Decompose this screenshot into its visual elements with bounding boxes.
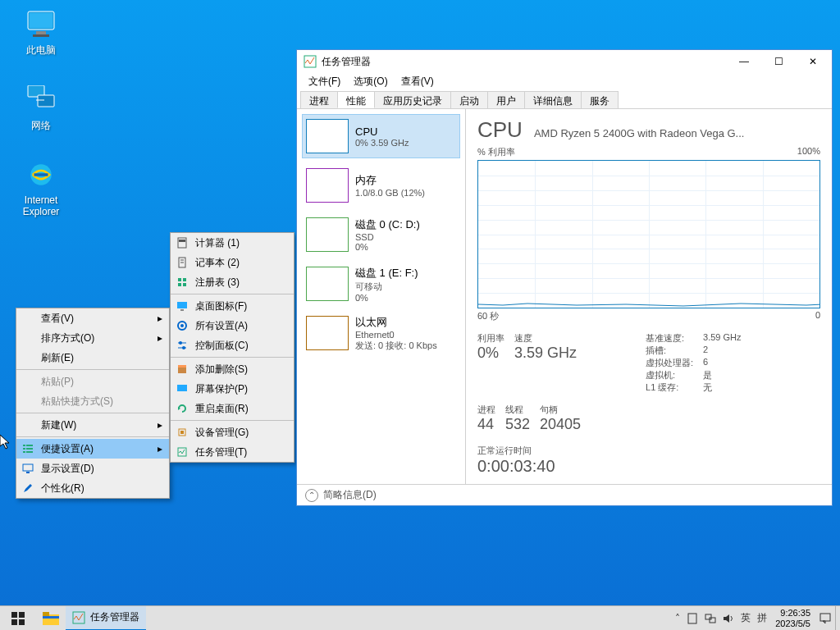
ctx-new[interactable]: 新建(W)▸ (16, 415, 169, 435)
svg-rect-54 (820, 614, 830, 621)
desktop-context-menu: 查看(V)▸ 排序方式(O)▸ 刷新(E) 粘贴(P) 粘贴快捷方式(S) 新建… (16, 308, 170, 499)
monitor-icon (176, 382, 189, 395)
handle-label: 句柄 (540, 404, 581, 416)
svg-rect-35 (178, 365, 186, 368)
chevron-up-icon[interactable]: ⌃ (305, 489, 318, 502)
tab-processes[interactable]: 进程 (300, 91, 338, 108)
sub-task-mgr[interactable]: 任务管理(T) (171, 442, 294, 462)
cpu-title: CPU (477, 117, 523, 143)
taskbar-task-manager[interactable]: 任务管理器 (66, 606, 146, 631)
desktop-icon-ie[interactable]: Internet Explorer (10, 161, 72, 217)
tray-ime-mode[interactable]: 拼 (754, 606, 770, 631)
svg-rect-43 (19, 612, 25, 618)
chart-label-right: 100% (797, 146, 820, 158)
separator (171, 294, 294, 294)
calculator-icon (176, 236, 189, 249)
desktop-icon (176, 299, 189, 313)
tab-performance[interactable]: 性能 (337, 91, 375, 108)
desktop-icon-this-pc[interactable]: 此电脑 (10, 10, 72, 57)
ctx-paste[interactable]: 粘贴(P) (16, 372, 169, 391)
start-button[interactable] (0, 606, 36, 631)
tab-strip: 进程 性能 应用历史记录 启动 用户 详细信息 服务 (297, 91, 832, 109)
separator (171, 357, 294, 358)
tray-up-icon[interactable]: ˄ (672, 606, 683, 631)
speed-label: 速度 (514, 332, 577, 345)
tray-clock[interactable]: 9:26:35 2023/5/5 (770, 608, 815, 629)
sub-all-settings[interactable]: 所有设置(A) (171, 316, 294, 336)
tab-app-history[interactable]: 应用历史记录 (374, 91, 451, 108)
uptime-value: 0:00:03:40 (477, 457, 820, 476)
svg-rect-42 (11, 612, 17, 618)
taskbar-explorer[interactable] (36, 606, 66, 631)
task-manager-icon (304, 55, 317, 68)
ie-icon (25, 161, 57, 189)
cube-icon (176, 276, 189, 289)
quick-settings-submenu: 计算器 (1) 记事本 (2) 注册表 (3) 桌面图标(F) 所有设置(A) … (170, 232, 294, 463)
tray-notifications-icon[interactable] (815, 606, 835, 631)
sub-notepad[interactable]: 记事本 (2) (171, 253, 294, 272)
sub-desktop-icons[interactable]: 桌面图标(F) (171, 296, 294, 316)
svg-point-31 (179, 341, 182, 345)
menu-view[interactable]: 查看(V) (395, 73, 441, 89)
svg-rect-26 (177, 302, 187, 308)
svg-rect-8 (34, 173, 48, 176)
close-button[interactable]: ✕ (796, 51, 830, 72)
ctx-sort[interactable]: 排序方式(O)▸ (16, 328, 169, 348)
titlebar[interactable]: 任务管理器 — ☐ ✕ (297, 50, 832, 73)
ctx-display-settings[interactable]: 显示设置(D) (16, 459, 169, 478)
tab-services[interactable]: 服务 (581, 91, 619, 108)
sidebar-cpu[interactable]: CPU0% 3.59 GHz (302, 114, 460, 158)
maximize-button[interactable]: ☐ (761, 51, 796, 72)
svg-rect-45 (19, 619, 25, 625)
sub-regedit[interactable]: 注册表 (3) (171, 272, 294, 292)
svg-rect-5 (38, 95, 54, 107)
folder-icon (43, 612, 59, 625)
tab-details[interactable]: 详细信息 (524, 91, 582, 108)
sub-add-remove[interactable]: 添加删除(S) (171, 359, 294, 379)
svg-rect-16 (26, 472, 30, 473)
paint-icon (21, 482, 34, 495)
chip-icon (176, 426, 189, 439)
sidebar-disk0[interactable]: 磁盘 0 (C: D:)SSD0% (302, 212, 460, 257)
sidebar-memory[interactable]: 内存1.0/8.0 GB (12%) (302, 163, 460, 208)
gear-icon (176, 319, 189, 332)
sub-screen-protect[interactable]: 屏幕保护(P) (171, 379, 294, 399)
util-label: 利用率 (477, 332, 504, 345)
fewer-details-link[interactable]: 简略信息(D) (323, 488, 377, 502)
axis-left: 60 秒 (477, 310, 499, 322)
svg-rect-36 (177, 385, 187, 391)
ctx-quick-settings[interactable]: 便捷设置(A)▸ (16, 439, 169, 459)
ctx-personalize[interactable]: 个性化(R) (16, 478, 169, 498)
tray-network-icon[interactable] (701, 606, 719, 631)
sub-control-panel[interactable]: 控制面板(C) (171, 336, 294, 355)
thread-value: 532 (505, 416, 530, 433)
desktop-icon-network[interactable]: 网络 (10, 85, 72, 133)
svg-rect-48 (43, 616, 59, 619)
tray-tablet-icon[interactable] (683, 606, 701, 631)
taskbar: 任务管理器 ˄ 英 拼 9:26:35 2023/5/5 (0, 605, 840, 630)
window-title: 任务管理器 (322, 55, 727, 69)
chart-label-left: % 利用率 (477, 146, 515, 158)
tab-startup[interactable]: 启动 (450, 91, 488, 108)
tab-users[interactable]: 用户 (487, 91, 525, 108)
svg-rect-17 (178, 238, 186, 248)
sub-device-mgr[interactable]: 设备管理(G) (171, 422, 294, 442)
minimize-button[interactable]: — (727, 51, 761, 72)
show-desktop-button[interactable] (835, 606, 840, 631)
ctx-refresh[interactable]: 刷新(E) (16, 348, 169, 368)
task-manager-window: 任务管理器 — ☐ ✕ 文件(F) 选项(O) 查看(V) 进程 性能 应用历史… (296, 49, 833, 506)
chevron-right-icon: ▸ (158, 332, 162, 344)
menu-file[interactable]: 文件(F) (302, 73, 347, 89)
svg-rect-27 (180, 309, 184, 311)
tray-volume-icon[interactable] (719, 606, 737, 631)
sub-restart-desktop[interactable]: 重启桌面(R) (171, 399, 294, 418)
tray-ime-lang[interactable]: 英 (737, 606, 754, 631)
sidebar-disk1[interactable]: 磁盘 1 (E: F:)可移动0% (302, 262, 460, 306)
sidebar-ethernet[interactable]: 以太网Ethernet0发送: 0 接收: 0 Kbps (302, 311, 460, 355)
svg-rect-15 (23, 464, 33, 471)
ctx-paste-shortcut[interactable]: 粘贴快捷方式(S) (16, 391, 169, 411)
performance-main: CPU AMD Ryzen 5 2400G with Radeon Vega G… (466, 109, 832, 484)
ctx-view[interactable]: 查看(V)▸ (16, 308, 169, 328)
menu-options[interactable]: 选项(O) (347, 73, 394, 89)
sub-calculator[interactable]: 计算器 (1) (171, 233, 294, 253)
